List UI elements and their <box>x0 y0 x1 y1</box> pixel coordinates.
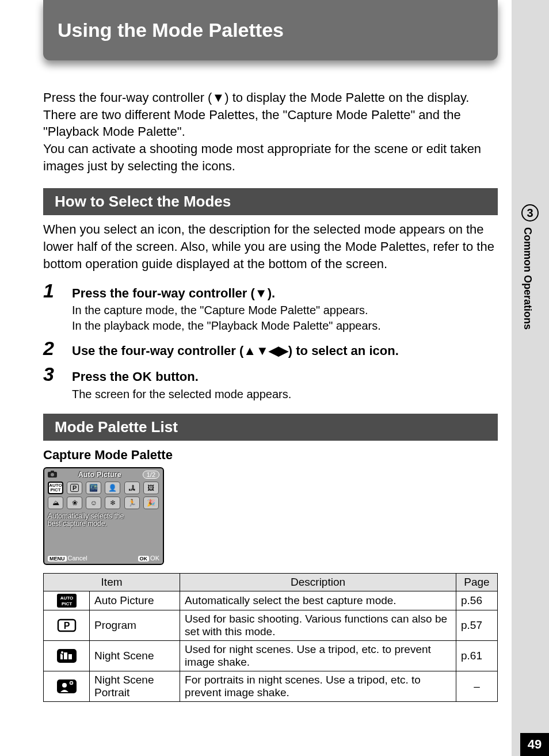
program-icon: P <box>48 618 85 632</box>
page-content: Using the Mode Palettes Press the four-w… <box>0 0 512 702</box>
mode-auto-pict-icon: AUTOPICT <box>48 482 63 494</box>
auto-pict-icon: AUTOPICT <box>48 594 85 608</box>
mode-palette-table: Item Description Page AUTOPICT Auto Pict… <box>43 573 498 702</box>
subheading-capture-palette: Capture Mode Palette <box>43 448 512 463</box>
mode-page: – <box>456 671 498 701</box>
chapter-tab: 3 Common Operations <box>521 204 539 330</box>
col-header-description: Description <box>180 573 456 591</box>
svg-point-9 <box>61 651 63 654</box>
mode-desc: Automatically select the best capture mo… <box>180 591 456 610</box>
step-title: Press the four-way controller (▼). <box>72 285 498 302</box>
night-scene-icon <box>48 649 85 663</box>
section-heading-modes: How to Select the Modes <box>43 188 498 215</box>
intro-text: Press the four-way controller (▼) to dis… <box>43 89 498 174</box>
mode-party-icon: 🎉 <box>143 497 159 509</box>
step-2: 2 Use the four-way controller (▲▼◀▶) to … <box>43 337 498 360</box>
lcd-icon-grid: AUTOPICT P 🌃 👤 🏞 🖼 ⛰ ❀ ☺ ❄ 🏃 🎉 <box>48 482 159 509</box>
mode-page: p.57 <box>456 610 498 640</box>
step-desc: The screen for the selected mode appears… <box>72 387 498 402</box>
mode-name: Program <box>90 610 180 640</box>
mode-portrait-icon: ☺ <box>86 497 101 509</box>
title-banner-wrap: Using the Mode Palettes <box>43 0 512 69</box>
mode-name: Night Scene <box>90 640 180 671</box>
mode-landscape-icon: 🏞 <box>124 482 140 494</box>
table-row: P Program Used for basic shooting. Vario… <box>44 610 498 640</box>
step-number: 2 <box>43 337 72 360</box>
col-header-item: Item <box>44 573 180 591</box>
chapter-number-badge: 3 <box>521 204 539 222</box>
mode-sport-icon: 🏃 <box>124 497 140 509</box>
mode-desc: For portraits in night scenes. Use a tri… <box>180 671 456 701</box>
title-banner: Using the Mode Palettes <box>43 0 498 60</box>
mode-flower-icon: ❀ <box>67 497 82 509</box>
svg-point-2 <box>51 473 54 476</box>
mode-name: Auto Picture <box>90 591 180 610</box>
lcd-mode-description: Automatically selects thebest capture mo… <box>48 513 159 528</box>
svg-point-11 <box>62 683 67 688</box>
manual-page: 3 Common Operations 49 Using the Mode Pa… <box>0 0 549 756</box>
camera-icon <box>48 471 57 479</box>
side-tab: 3 Common Operations 49 <box>512 0 549 756</box>
chapter-label: Common Operations <box>521 227 533 330</box>
table-row: AUTOPICT Auto Picture Automatically sele… <box>44 591 498 610</box>
mode-night-portrait-icon: 👤 <box>105 482 120 494</box>
table-row: Night Scene Used for night scenes. Use a… <box>44 640 498 671</box>
lcd-screenshot: Auto Picture 1/2 AUTOPICT P 🌃 👤 🏞 🖼 ⛰ ❀ … <box>43 467 164 565</box>
page-title: Using the Mode Palettes <box>58 19 284 41</box>
night-portrait-icon <box>48 679 85 693</box>
section-intro: When you select an icon, the description… <box>43 221 498 272</box>
col-header-page: Page <box>456 573 498 591</box>
section-heading-list: Mode Palette List <box>43 414 498 441</box>
mode-snow-icon: ❄ <box>105 497 120 509</box>
lcd-mode-title: Auto Picture <box>78 471 121 479</box>
mode-desc: Used for basic shooting. Various functio… <box>180 610 456 640</box>
ok-button-label-inline: OK <box>132 369 152 384</box>
step-1: 1 Press the four-way controller (▼). In … <box>43 280 498 334</box>
svg-text:P: P <box>63 621 70 631</box>
mode-night-scene-icon: 🌃 <box>86 482 101 494</box>
mode-frame-icon: 🖼 <box>143 482 159 494</box>
step-title: Press the OK button. <box>72 369 498 385</box>
lcd-menu-cancel: MENUCancel <box>48 555 87 562</box>
mode-page: p.61 <box>456 640 498 671</box>
svg-rect-1 <box>51 471 54 472</box>
step-number: 3 <box>43 363 72 385</box>
mode-program-icon: P <box>67 482 82 494</box>
lcd-ok-ok: OKOK <box>138 555 159 562</box>
step-title: Use the four-way controller (▲▼◀▶) to se… <box>72 343 498 360</box>
svg-text:PICT: PICT <box>61 601 71 606</box>
step-3: 3 Press the OK button. The screen for th… <box>43 363 498 402</box>
mode-page: p.56 <box>456 591 498 610</box>
page-number: 49 <box>520 733 549 756</box>
mode-mountain-icon: ⛰ <box>48 497 63 509</box>
svg-text:AUTO: AUTO <box>60 595 73 601</box>
steps-list: 1 Press the four-way controller (▼). In … <box>43 280 498 402</box>
table-row: Night Scene Portrait For portraits in ni… <box>44 671 498 701</box>
step-number: 1 <box>43 280 72 302</box>
lcd-page-indicator: 1/2 <box>143 471 159 479</box>
step-desc: In the capture mode, the "Capture Mode P… <box>72 303 498 334</box>
mode-desc: Used for night scenes. Use a tripod, etc… <box>180 640 456 671</box>
mode-name: Night Scene Portrait <box>90 671 180 701</box>
